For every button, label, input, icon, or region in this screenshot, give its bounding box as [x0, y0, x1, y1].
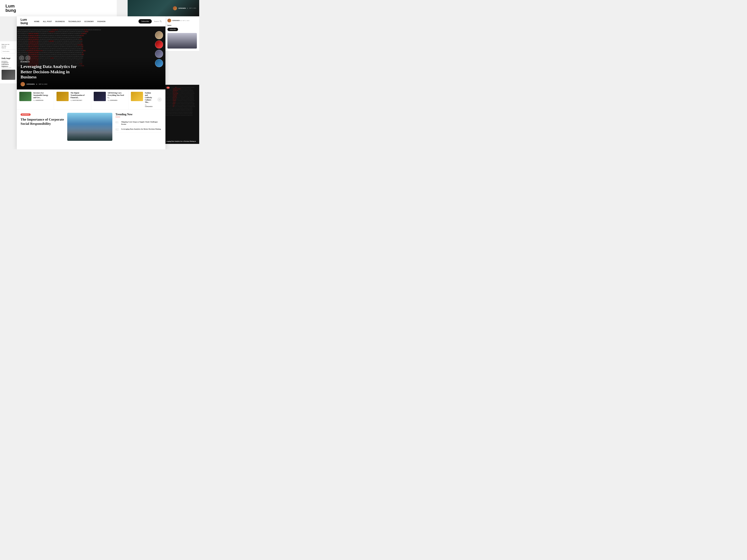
far-right-bg: 1001011010010110100101101001011010010110…	[165, 85, 199, 144]
featured-title: The Importance of Corporate Social Respo…	[21, 117, 64, 126]
search-label: Search	[154, 20, 159, 22]
featured-article: BUSINESS The Importance of Corporate Soc…	[21, 113, 64, 141]
articles-row: Investors Eye Sustainable Energy and Gre…	[17, 89, 165, 110]
hero-avatar	[21, 82, 25, 86]
trending-num-0: 01	[115, 121, 119, 124]
sidebar-article-thumb	[2, 70, 15, 80]
nav-fashion[interactable]: FASHION	[97, 21, 105, 22]
article-info-1: The Digital Transformation of Financial.…	[71, 92, 88, 101]
far-right-binary: 1001011010010110100101101001011010010110…	[165, 85, 199, 118]
article-by-2: By CERIDWEN	[108, 100, 126, 101]
article-thumb-1[interactable]: The Digital Transformation of Financial.…	[54, 89, 91, 109]
article-thumb-0[interactable]: Investors Eye Sustainable Energy and Gre…	[17, 89, 54, 109]
hero-date: SEP 13, 2023	[38, 83, 47, 85]
article-info-0: Investors Eye Sustainable Energy and Gre…	[33, 92, 51, 101]
article-title-3: Fashion and Celebrity Culture: The...	[145, 92, 154, 103]
top-right-author: CERIDWEN	[178, 7, 186, 9]
nav-all-post[interactable]: ALL POST	[43, 21, 52, 22]
trending-title: Trending Now	[115, 113, 162, 116]
svg-line-1	[161, 22, 161, 22]
city-silhouette	[67, 128, 112, 141]
far-right-overlay-text: eraging Data Analytics for er Decision-M…	[166, 140, 198, 142]
article-title-0: Investors Eye Sustainable Energy and Gre…	[33, 92, 51, 99]
article-by-0: By ANDERSON	[33, 100, 51, 101]
search-icon	[159, 20, 162, 22]
top-right-meta: CERIDWEN ■ SEP 2, 2023	[173, 6, 196, 10]
subscribe-button[interactable]: Subscribe	[138, 19, 152, 24]
hero-next-button[interactable]: ›	[25, 56, 30, 60]
trending-text-1: Leveraging Data Analytics for Better Dec…	[121, 128, 161, 130]
right-avatar	[168, 19, 171, 22]
right-top-meta: CERIDWEN ■ SEP 2, 2023	[168, 19, 197, 22]
bg-logo: Lum bung	[5, 4, 16, 12]
sidebar-article-title: Cryptocurr Experiences Regulatory	[2, 62, 15, 68]
left-sidebar: Make your inb Get Sub News & Daily Inspi…	[0, 41, 17, 83]
trending-item-0[interactable]: 01 Shipping Costs Surge as Supply Chain …	[115, 119, 162, 127]
article-thumb-image-0	[19, 92, 31, 101]
article-by-3: By CERIDWEN	[145, 104, 154, 107]
right-section-title: latest	[168, 24, 197, 26]
article-thumb-2[interactable]: Self-Driving Cars: Everything You Need t…	[91, 89, 128, 109]
center-image-area	[67, 113, 112, 141]
article-thumb-image-1	[56, 92, 69, 101]
trending-item-1[interactable]: 02 Leveraging Data Analytics for Better …	[115, 127, 162, 132]
sidebar-article-meta: ANDERSON ● SEP...	[2, 68, 15, 69]
navbar: Lum bung HOME ALL POST BUSINESS TECHNOLO…	[17, 16, 165, 26]
hero-section: 1101001011010010110100101101001011010010…	[17, 26, 165, 89]
top-bg-logo-area: Lum bung	[0, 0, 117, 16]
right-subscribe-button[interactable]: Subscribe	[168, 28, 178, 31]
article-title-1: The Digital Transformation of Financial.…	[71, 92, 88, 99]
sidebar-article-card: BUSINESS Cryptocurr Experiences Regulato…	[2, 61, 15, 80]
city-image	[67, 113, 112, 141]
hero-thumb-1[interactable]	[155, 31, 163, 39]
right-sidebar: CERIDWEN ■ SEP 2, 2023 latest Subscribe	[165, 16, 199, 51]
sidebar-section-title: Daily Inspi	[2, 57, 15, 59]
far-right-badge: ●	[166, 87, 170, 89]
hero-thumb-2[interactable]	[155, 41, 163, 49]
nav-business[interactable]: BUSINESS	[55, 21, 65, 22]
article-title-2: Self-Driving Cars: Everything You Need t…	[108, 92, 126, 99]
right-author: CERIDWEN	[172, 20, 180, 21]
nav-economy[interactable]: ECONOMY	[84, 21, 94, 22]
nav-home[interactable]: HOME	[34, 21, 40, 22]
hero-prev-button[interactable]: ‹	[19, 56, 24, 60]
right-landscape-image	[168, 33, 197, 49]
hero-author: CERIDWEN	[26, 83, 35, 85]
trending-num-1: 02	[115, 128, 119, 131]
right-date: SEP 2, 2023	[182, 20, 189, 21]
hero-meta: CERIDWEN ■ SEP 13, 2023	[21, 82, 162, 86]
sidebar-article-category: BUSINESS	[2, 61, 15, 62]
nav-links: HOME ALL POST BUSINESS TECHNOLOGY ECONOM…	[34, 20, 138, 23]
article-by-1: By DOSTOEVSKY	[71, 100, 88, 101]
article-thumb-3[interactable]: Fashion and Celebrity Culture: The... By…	[128, 89, 165, 109]
hero-title: Leveraging Data Analytics for Better Dec…	[21, 64, 86, 80]
trending-section: Trending Now 01 Shipping Costs Surge as …	[115, 113, 162, 141]
top-right-date: SEP 2, 2023	[189, 7, 196, 9]
top-right-avatar	[173, 6, 177, 10]
articles-next-button[interactable]: ›	[157, 97, 162, 102]
hero-thumb-4[interactable]	[155, 59, 163, 67]
search-area[interactable]: Search	[154, 20, 162, 22]
article-info-3: Fashion and Celebrity Culture: The... By…	[145, 92, 154, 107]
trending-underline	[115, 117, 120, 117]
hero-thumb-3[interactable]	[155, 50, 163, 58]
article-info-2: Self-Driving Cars: Everything You Need t…	[108, 92, 126, 101]
article-thumb-image-2	[94, 92, 106, 101]
nav-technology[interactable]: TECHNOLOGY	[68, 21, 81, 22]
logo: Lum bung	[21, 18, 28, 25]
hero-overlay: BUSINESS Leveraging Data Analytics for B…	[17, 56, 165, 89]
bottom-content: BUSINESS The Importance of Corporate Soc…	[17, 110, 165, 144]
sidebar-email-input[interactable]	[2, 50, 16, 53]
article-thumb-image-3	[131, 92, 143, 101]
sidebar-subscribe-text: Make your inb Get Sub News &	[2, 44, 15, 49]
svg-point-0	[160, 21, 161, 22]
hero-thumbnails	[155, 31, 163, 67]
top-right-hero-bg: CERIDWEN ■ SEP 2, 2023	[128, 0, 199, 16]
trending-text-0: Shipping Costs Surge as Supply Chain Cha…	[121, 121, 162, 125]
featured-category: BUSINESS	[21, 113, 31, 116]
hero-category: BUSINESS	[21, 61, 162, 63]
main-card: Lum bung HOME ALL POST BUSINESS TECHNOLO…	[17, 16, 165, 149]
